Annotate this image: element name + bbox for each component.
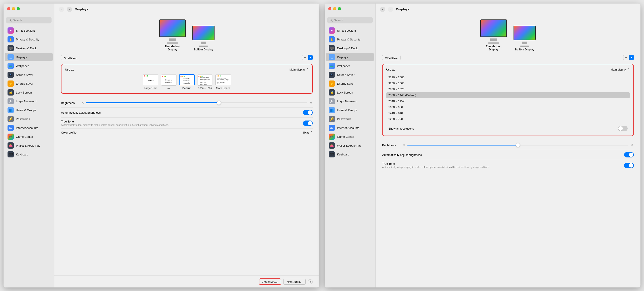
desktop-icon-left	[8, 45, 14, 51]
scale-label-0-left: Larger Text	[144, 87, 157, 90]
auto-brightness-toggle-left[interactable]	[303, 110, 313, 115]
arrange-button-right[interactable]: Arrange...	[382, 55, 400, 60]
sidebar-label-desktop-left: Desktop & Dock	[16, 47, 36, 50]
resolution-option-1-right[interactable]: 3200 × 1800	[386, 80, 630, 86]
resolution-option-0-right[interactable]: 5120 × 2880	[386, 74, 630, 80]
back-button-left[interactable]: ‹	[59, 7, 64, 12]
show-all-toggle-right[interactable]	[618, 126, 628, 131]
dot-green-2-left	[184, 76, 185, 77]
slider-thumb-right[interactable]	[516, 143, 520, 147]
close-button-right[interactable]	[328, 7, 331, 10]
advanced-button-left[interactable]: Advanced...	[259, 278, 281, 285]
scale-option-0-left[interactable]: Here's Larger Text	[143, 74, 158, 90]
main-display-select-right[interactable]: Main display ⌃	[610, 68, 630, 71]
color-profile-row-left: Color profile iMac ⌃	[61, 129, 313, 136]
minimize-button-right[interactable]	[333, 7, 336, 10]
search-bar-right[interactable]: Search	[327, 17, 373, 24]
sidebar-item-wallet-right[interactable]: 👛 Wallet & Apple Pay	[326, 141, 374, 150]
sidebar-item-internet-left[interactable]: @ Internet Accounts	[5, 124, 53, 132]
scale-option-3-left[interactable]: Here's to the ctroublemakers...ones who …	[197, 74, 213, 90]
auto-brightness-toggle-right[interactable]	[624, 152, 634, 158]
resolution-option-5-right[interactable]: 1600 × 900	[386, 104, 630, 110]
sidebar-item-displays-left[interactable]: Displays	[5, 53, 53, 61]
resolution-option-7-right[interactable]: 1280 × 720	[386, 116, 630, 122]
sidebar-item-displays-right[interactable]: Displays	[326, 53, 374, 61]
sidebar-item-screensaver-right[interactable]: Screen Saver	[326, 70, 374, 79]
sidebar-item-desktop-left[interactable]: Desktop & Dock	[5, 44, 53, 52]
sidebar-item-energy-left[interactable]: ⚡ Energy Saver	[5, 80, 53, 88]
maximize-button-right[interactable]	[338, 7, 341, 10]
bottom-bar-left: Advanced... Night Shift... ?	[54, 276, 319, 288]
sidebar-item-gamecenter-right[interactable]: 🎮 Game Center	[326, 132, 374, 141]
scale-preview-text-0-left: Here's	[147, 79, 154, 83]
auto-brightness-label-right: Automatically adjust brightness	[382, 153, 422, 156]
dot-yellow-4-left	[218, 76, 219, 76]
help-button-left[interactable]: ?	[308, 279, 313, 284]
sidebar-item-energy-right[interactable]: ⚡ Energy Saver	[326, 80, 374, 88]
sidebar-label-desktop-right: Desktop & Dock	[337, 47, 358, 50]
sidebar-label-lock-right: Lock Screen	[337, 91, 353, 94]
svg-rect-18	[331, 58, 332, 58]
back-button-right[interactable]: ‹	[380, 7, 385, 12]
brightness-slider-right[interactable]: ☀ ☀	[402, 143, 634, 148]
sidebar-item-desktop-right[interactable]: Desktop & Dock	[326, 44, 374, 52]
sidebar-item-wallpaper-right[interactable]: Wallpaper	[326, 62, 374, 70]
search-bar-left[interactable]: Search	[6, 17, 52, 24]
add-dropdown-button-left[interactable]: ▾	[308, 55, 313, 60]
true-tone-toggle-left[interactable]	[303, 120, 313, 126]
main-display-select-left[interactable]: Main display ⌃	[290, 68, 309, 71]
sidebar-item-keyboard-right[interactable]: ⌨ Keyboard	[326, 150, 374, 158]
svg-line-13	[332, 21, 332, 22]
sidebar-item-siri-left[interactable]: ✦ Siri & Spotlight	[5, 26, 53, 35]
sidebar-item-internet-right[interactable]: @ Internet Accounts	[326, 124, 374, 132]
displays-icon-left	[8, 54, 14, 60]
use-as-label-left: Use as	[65, 68, 74, 71]
resolution-option-6-right[interactable]: 1440 × 810	[386, 110, 630, 116]
close-button-left[interactable]	[7, 7, 10, 10]
sidebar-item-lock-left[interactable]: 🔒 Lock Screen	[5, 88, 53, 97]
scale-option-4-left[interactable]: Here's to the crazytroublemakers. The yo…	[216, 74, 231, 90]
color-profile-select-left[interactable]: iMac ⌃	[304, 131, 313, 134]
sidebar-item-privacy-right[interactable]: ✋ Privacy & Security	[326, 35, 374, 44]
add-display-button-right[interactable]: +	[623, 54, 629, 60]
forward-button-right[interactable]: ›	[388, 7, 393, 12]
scale-option-1-left[interactable]: Here's totroublem —	[161, 74, 176, 90]
sidebar-item-gamecenter-left[interactable]: 🎮 Game Center	[5, 132, 53, 141]
sidebar-item-login-right[interactable]: Login Password	[326, 97, 374, 106]
sidebar-item-wallpaper-left[interactable]: Wallpaper	[5, 62, 53, 70]
sidebar-label-keyboard-right: Keyboard	[337, 153, 350, 156]
monitor-stand-builtin-left	[201, 42, 206, 44]
monitor-base-thunderbolt-left	[167, 42, 178, 44]
forward-button-left[interactable]: ›	[67, 7, 72, 12]
sidebar-item-lock-right[interactable]: 🔒 Lock Screen	[326, 88, 374, 97]
dot-yellow-1-left	[164, 76, 165, 77]
sidebar-item-users-left[interactable]: 👥 Users & Groups	[5, 106, 53, 114]
sun-high-icon-left: ☀	[309, 100, 313, 105]
resolution-option-3-right[interactable]: 2560 × 1440 (Default)	[386, 92, 630, 98]
brightness-slider-left[interactable]: ☀ ☀	[82, 100, 313, 105]
maximize-button-left[interactable]	[17, 7, 20, 10]
night-shift-button-left[interactable]: Night Shift...	[283, 278, 306, 284]
sidebar-item-screensaver-left[interactable]: Screen Saver	[5, 70, 53, 79]
slider-thumb-left[interactable]	[217, 101, 221, 105]
arrange-button-left[interactable]: Arrange...	[61, 55, 80, 60]
add-dropdown-button-right[interactable]: ▾	[630, 55, 634, 60]
sidebar-item-passwords-right[interactable]: 🔑 Passwords	[326, 115, 374, 123]
resolution-option-4-right[interactable]: 2048 × 1152	[386, 98, 630, 104]
sidebar-item-siri-right[interactable]: ✦ Siri & Spotlight	[326, 26, 374, 35]
sidebar-item-passwords-left[interactable]: 🔑 Passwords	[5, 115, 53, 123]
scale-option-2-left[interactable]: Here's totroublemaones who Default	[179, 74, 194, 90]
resolution-option-2-right[interactable]: 2880 × 1620	[386, 86, 630, 92]
color-profile-value-left: iMac	[304, 131, 310, 134]
minimize-button-left[interactable]	[12, 7, 15, 10]
add-display-button-left[interactable]: +	[302, 54, 308, 60]
sidebar-item-wallet-left[interactable]: 👛 Wallet & Apple Pay	[5, 141, 53, 150]
sidebar-item-login-left[interactable]: Login Password	[5, 97, 53, 106]
true-tone-row-right: True Tone Automatically adapt display to…	[382, 160, 634, 171]
sidebar-item-privacy-left[interactable]: ✋ Privacy & Security	[5, 35, 53, 44]
sidebar-item-keyboard-left[interactable]: ⌨ Keyboard	[5, 150, 53, 158]
monitor-thunderbolt-left	[159, 20, 186, 37]
page-title-left: Displays	[75, 7, 88, 11]
true-tone-toggle-right[interactable]	[624, 163, 634, 168]
sidebar-item-users-right[interactable]: 👥 Users & Groups	[326, 106, 374, 114]
